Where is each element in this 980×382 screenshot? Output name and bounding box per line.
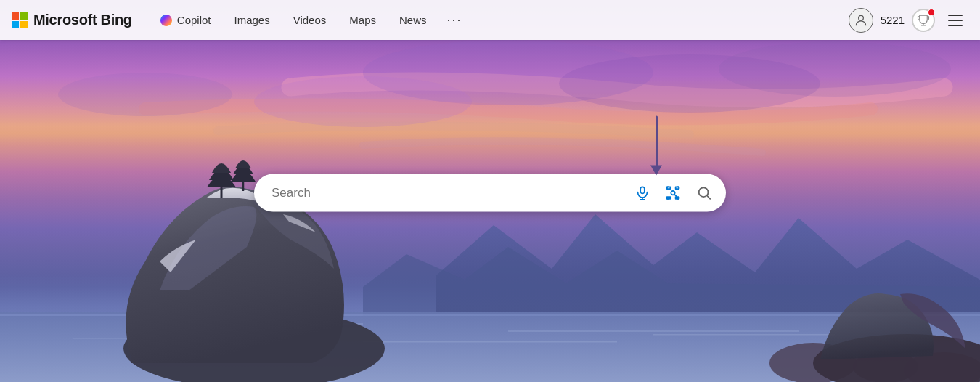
svg-rect-9 — [653, 334, 835, 336]
search-icons — [629, 179, 720, 208]
reward-icon[interactable] — [912, 9, 935, 32]
microphone-icon — [634, 185, 650, 201]
ms-logo-green — [20, 12, 28, 20]
hamburger-line-1 — [948, 15, 963, 16]
copilot-icon — [160, 14, 173, 27]
nav-more[interactable]: ··· — [440, 8, 470, 32]
search-box — [254, 174, 726, 212]
arrow-line — [656, 116, 658, 167]
arrow-indicator — [650, 116, 662, 176]
nav-videos-label: Videos — [293, 14, 327, 26]
nav-news[interactable]: News — [389, 9, 437, 31]
microphone-button[interactable] — [629, 179, 656, 207]
camera-search-icon — [665, 185, 681, 201]
svg-rect-6 — [508, 330, 799, 332]
svg-line-43 — [707, 196, 710, 199]
reward-notification-dot — [928, 9, 935, 16]
nav-copilot-label: Copilot — [177, 14, 211, 26]
search-input[interactable] — [271, 186, 629, 200]
svg-point-20 — [58, 73, 232, 116]
header-right: 5221 — [849, 8, 968, 33]
score-value: 5221 — [881, 14, 905, 26]
microsoft-logo — [12, 12, 28, 28]
logo-area[interactable]: Microsoft Bing — [12, 12, 132, 28]
nav-videos[interactable]: Videos — [283, 9, 337, 31]
ms-logo-red — [12, 12, 19, 20]
header: Microsoft Bing Copilot Images — [0, 0, 980, 40]
search-button[interactable] — [690, 179, 719, 208]
visual-search-button[interactable] — [659, 179, 687, 207]
nav: Copilot Images Videos Maps News ··· — [150, 8, 849, 32]
search-icon — [696, 185, 712, 201]
hamburger-line-2 — [948, 20, 963, 21]
nav-news-label: News — [399, 14, 427, 26]
ms-logo-yellow — [20, 21, 28, 28]
svg-line-41 — [674, 195, 677, 197]
trophy-icon — [917, 14, 930, 27]
logo-text: Microsoft Bing — [33, 12, 132, 28]
nav-images-label: Images — [234, 14, 270, 26]
arrow-head — [650, 166, 662, 176]
svg-point-21 — [719, 41, 951, 97]
svg-point-22 — [858, 15, 863, 20]
svg-rect-25 — [640, 187, 645, 193]
nav-maps[interactable]: Maps — [339, 9, 386, 31]
person-icon — [854, 13, 868, 28]
nav-copilot[interactable]: Copilot — [150, 9, 221, 31]
search-area — [254, 174, 726, 212]
hamburger-menu[interactable] — [942, 9, 968, 32]
ms-logo-blue — [12, 21, 19, 28]
svg-rect-8 — [363, 341, 617, 343]
user-avatar[interactable] — [849, 8, 873, 33]
score-badge[interactable]: 5221 — [881, 14, 905, 26]
nav-maps-label: Maps — [349, 14, 376, 26]
hamburger-line-3 — [948, 25, 963, 26]
nav-images[interactable]: Images — [224, 9, 280, 31]
svg-point-18 — [254, 76, 472, 127]
